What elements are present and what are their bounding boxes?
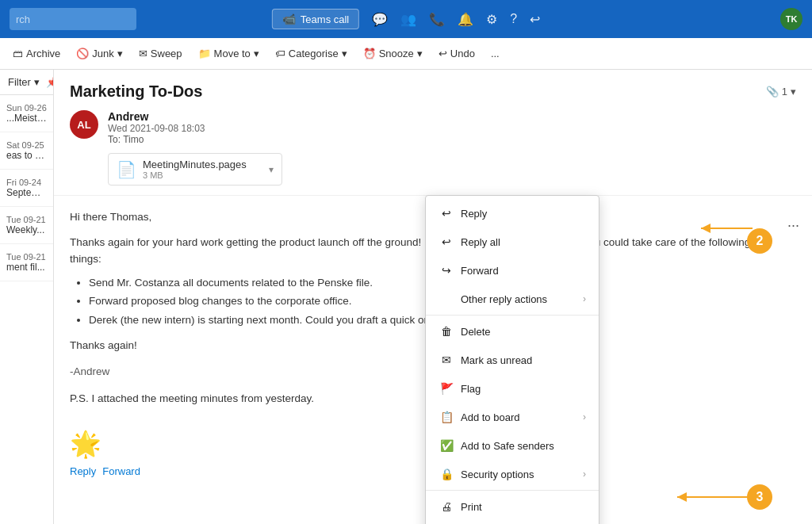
flag-icon: 🚩 bbox=[439, 381, 454, 396]
sender-date: Wed 2021-09-08 18:03 bbox=[108, 123, 205, 134]
sender-avatar: AL bbox=[70, 110, 98, 139]
help-icon[interactable]: ? bbox=[510, 12, 517, 26]
pin-icon: 📌 bbox=[46, 76, 54, 88]
archive-icon: 🗃 bbox=[13, 48, 23, 59]
archive-button[interactable]: 🗃 Archive bbox=[6, 44, 67, 63]
sender-info: Andrew Wed 2021-09-08 18:03 To: Timo bbox=[108, 110, 205, 145]
toolbar: 🗃 Archive 🚫 Junk ▾ ✉ Sweep 📁 Move to ▾ 🏷… bbox=[0, 38, 812, 70]
chevron-down-icon: ▾ bbox=[34, 76, 40, 88]
sweep-icon: ✉ bbox=[139, 48, 147, 59]
sidebar-item-sender: eas to h... bbox=[6, 150, 47, 161]
menu-security-label: Security options bbox=[461, 469, 534, 480]
menu-item-view[interactable]: 👁 View › bbox=[426, 521, 599, 524]
filter-label: Filter bbox=[8, 76, 31, 88]
callout-3: 3 bbox=[747, 484, 772, 510]
attachment-details: MeetingMinutes.pages 3 MB bbox=[143, 159, 247, 180]
chevron-down-icon: ▾ bbox=[269, 164, 274, 175]
move-to-button[interactable]: 📁 Move to ▾ bbox=[192, 44, 266, 63]
menu-item-forward[interactable]: ↪ Forward bbox=[426, 256, 599, 285]
menu-item-print[interactable]: 🖨 Print bbox=[426, 492, 599, 521]
reply-all-icon: ↩ bbox=[439, 234, 454, 250]
filter-bar[interactable]: Filter ▾ 📌 bbox=[0, 70, 53, 95]
menu-divider bbox=[426, 490, 599, 491]
forward-icon: ↪ bbox=[439, 262, 454, 278]
teams-call-button[interactable]: 📹 Teams call bbox=[272, 9, 359, 29]
menu-add-board-label: Add to board bbox=[461, 411, 519, 423]
people-icon[interactable]: 👥 bbox=[400, 12, 416, 27]
attachment-icon: 📄 bbox=[117, 160, 136, 179]
sidebar-item-sender: ...Meister... bbox=[6, 113, 47, 124]
reply-icon: ↩ bbox=[439, 205, 454, 221]
menu-item-safe-senders[interactable]: ✅ Add to Safe senders bbox=[426, 431, 599, 460]
menu-print-label: Print bbox=[461, 501, 482, 513]
other-reply-icon bbox=[439, 291, 454, 307]
sweep-button[interactable]: ✉ Sweep bbox=[132, 44, 189, 63]
print-icon: 🖨 bbox=[439, 499, 454, 514]
chevron-right-icon: › bbox=[583, 411, 586, 423]
junk-icon: 🚫 bbox=[76, 48, 89, 59]
gear-icon[interactable]: ⚙ bbox=[486, 12, 497, 27]
sender-name: Andrew bbox=[108, 110, 205, 123]
search-input[interactable] bbox=[10, 8, 136, 30]
menu-other-reply-label: Other reply actions bbox=[461, 293, 547, 305]
menu-delete-label: Delete bbox=[461, 326, 491, 338]
sidebar-item-date: Tue 09-21 bbox=[6, 252, 47, 262]
attachment-size: 3 MB bbox=[143, 170, 247, 180]
email-meta: AL Andrew Wed 2021-09-08 18:03 To: Timo bbox=[70, 110, 796, 145]
more-options-button[interactable]: ··· bbox=[787, 217, 799, 234]
callout-2: 2 bbox=[747, 228, 772, 254]
snooze-icon: ⏰ bbox=[363, 48, 376, 59]
sidebar-item-sender: Weekly... bbox=[6, 224, 47, 235]
reply-link[interactable]: Reply bbox=[70, 465, 96, 477]
mark-unread-icon: ✉ bbox=[439, 352, 454, 368]
menu-reply-label: Reply bbox=[461, 208, 487, 220]
chat-icon[interactable]: 💬 bbox=[372, 12, 388, 27]
sidebar-item-date: Fri 09-24 bbox=[6, 178, 47, 187]
phone-icon[interactable]: 📞 bbox=[429, 12, 445, 27]
avatar[interactable]: TK bbox=[780, 8, 802, 30]
delete-icon: 🗑 bbox=[439, 323, 454, 339]
email-content: Marketing To-Dos 📎 1 ▾ AL Andrew Wed 202… bbox=[54, 70, 812, 524]
menu-forward-label: Forward bbox=[461, 265, 499, 277]
feedback-icon[interactable]: ↩ bbox=[530, 12, 540, 27]
list-item[interactable]: Sun 09-26 ...Meister... bbox=[0, 95, 53, 132]
forward-link[interactable]: Forward bbox=[102, 465, 140, 477]
sidebar-item-sender: September... bbox=[6, 187, 47, 198]
menu-reply-all-label: Reply all bbox=[461, 236, 500, 248]
menu-divider bbox=[426, 315, 599, 316]
categorise-button[interactable]: 🏷 Categorise ▾ bbox=[269, 44, 354, 63]
junk-button[interactable]: 🚫 Junk ▾ bbox=[70, 44, 128, 63]
menu-item-other-reply[interactable]: Other reply actions › bbox=[426, 285, 599, 313]
menu-item-delete[interactable]: 🗑 Delete bbox=[426, 317, 599, 346]
menu-item-reply-all[interactable]: ↩ Reply all bbox=[426, 228, 599, 256]
attach-icon: 📎 bbox=[766, 86, 779, 98]
move-icon: 📁 bbox=[198, 48, 211, 59]
attachment-box[interactable]: 📄 MeetingMinutes.pages 3 MB ▾ bbox=[108, 153, 282, 186]
more-button[interactable]: ... bbox=[485, 44, 506, 63]
list-item[interactable]: Fri 09-24 September... bbox=[0, 170, 53, 207]
email-title-row: Marketing To-Dos 📎 1 ▾ bbox=[70, 82, 796, 101]
security-icon: 🔒 bbox=[439, 466, 454, 482]
email-header: Marketing To-Dos 📎 1 ▾ AL Andrew Wed 202… bbox=[54, 70, 812, 196]
email-subject: Marketing To-Dos bbox=[70, 82, 202, 101]
sidebar-item-date: Sun 09-26 bbox=[6, 103, 47, 113]
undo-button[interactable]: ↩ Undo bbox=[432, 44, 481, 63]
attachment-name: MeetingMinutes.pages bbox=[143, 159, 247, 170]
top-bar: 📹 Teams call 💬 👥 📞 🔔 ⚙ ? ↩ TK bbox=[0, 0, 812, 38]
list-item[interactable]: Tue 09-21 Weekly... bbox=[0, 207, 53, 244]
chevron-down-icon: ▾ bbox=[417, 48, 423, 59]
bell-icon[interactable]: 🔔 bbox=[458, 12, 473, 27]
chevron-down-icon: ▾ bbox=[254, 48, 259, 59]
sidebar-item-sender: ment fil... bbox=[6, 262, 47, 273]
context-menu: ↩ Reply ↩ Reply all ↪ Forward Oth bbox=[425, 195, 599, 524]
snooze-button[interactable]: ⏰ Snooze ▾ bbox=[357, 44, 429, 63]
list-item[interactable]: Sat 09-25 eas to h... bbox=[0, 132, 53, 170]
sidebar-item-date: Tue 09-21 bbox=[6, 215, 47, 224]
list-item[interactable]: Tue 09-21 ment fil... bbox=[0, 244, 53, 281]
menu-item-add-board[interactable]: 📋 Add to board › bbox=[426, 403, 599, 431]
menu-item-mark-unread[interactable]: ✉ Mark as unread bbox=[426, 346, 599, 374]
menu-item-security[interactable]: 🔒 Security options › bbox=[426, 460, 599, 488]
menu-item-reply[interactable]: ↩ Reply bbox=[426, 199, 599, 228]
video-icon: 📹 bbox=[282, 13, 296, 25]
menu-item-flag[interactable]: 🚩 Flag bbox=[426, 374, 599, 403]
